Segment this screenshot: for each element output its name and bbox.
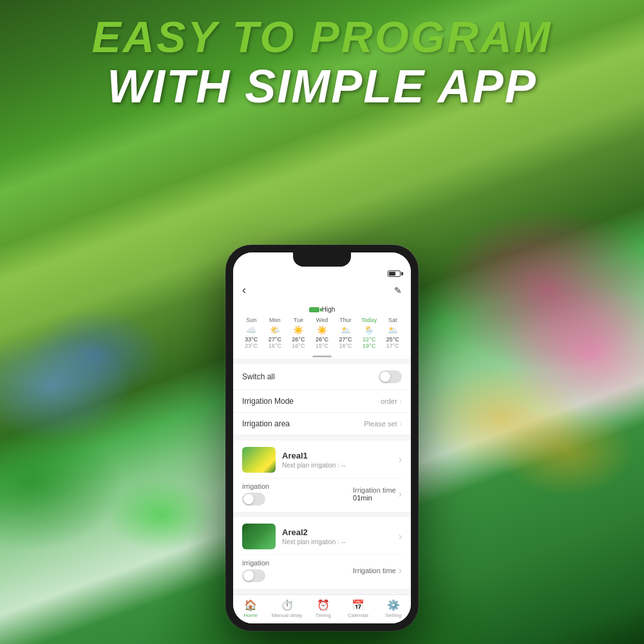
irrigation-mode-value-group: order › (381, 397, 402, 405)
scroll-dot-1 (312, 355, 332, 357)
irrigation-time-label-area2: Irrigation time (353, 567, 396, 574)
temp-low-today: 19°C (363, 343, 375, 349)
nav-item-calendar[interactable]: 📅 Calendar (344, 599, 372, 618)
nav-icon-timing: ⏰ (317, 599, 330, 611)
temp-high-sat: 25°C (386, 336, 399, 343)
irrigation-mode-row[interactable]: Irrigation Mode order › (233, 390, 411, 413)
irrigation-time-info-area2: Irrigation time (353, 567, 396, 574)
nav-icon-setting: ⚙️ (387, 599, 400, 611)
weather-icon-sat: 🌥️ (388, 325, 398, 335)
area-cards-container: Areal1 Next plan irrigation : -- › irrig… (233, 440, 411, 589)
irrigation-area-chevron: › (400, 421, 402, 428)
weather-day-mon: Mon🌤️27°C16°C (263, 317, 287, 349)
settings-section: Switch all Irrigation Mode order › Irrig… (233, 364, 411, 435)
nav-icon-manual-delay: ⏱️ (281, 599, 294, 611)
weather-day-thur: Thur🌥️27°C16°C (334, 317, 357, 349)
nav-label-timing: Timing (316, 612, 331, 618)
irrigation-time-info-area1: Irrigation time 01min (353, 486, 396, 502)
irrigation-toggle-area1[interactable] (242, 493, 265, 506)
weather-day-tue: Tue☀️26°C16°C (287, 317, 310, 349)
nav-label-home: Home (244, 612, 258, 618)
battery-status-label: High (322, 306, 336, 313)
area-controls-area1: irrigation Irrigation time 01min › (242, 478, 402, 506)
temp-low-thur: 16°C (339, 343, 352, 349)
temp-high-tue: 26°C (292, 336, 305, 343)
scroll-dots (312, 355, 332, 357)
day-name-thur: Thur (339, 317, 352, 323)
battery-fill (389, 272, 395, 276)
weather-day-sat: Sat🌥️25°C17°C (381, 317, 404, 349)
phone-body: ‹ ✎ High Sun☁️33°C23°CMon🌤️27°C16°CTue☀️… (225, 245, 419, 631)
irrigation-area-row[interactable]: Irrigation area Please set › (233, 413, 411, 435)
nav-icon-home: 🏠 (244, 599, 257, 611)
nav-item-manual-delay[interactable]: ⏱️ Manual delay (272, 599, 303, 618)
day-name-mon: Mon (269, 317, 281, 323)
irrigation-time-section-area2[interactable]: Irrigation time › (353, 565, 402, 576)
time-chevron-area2: › (399, 565, 402, 576)
irrigation-time-section-area1[interactable]: Irrigation time 01min › (353, 486, 402, 502)
weather-icon-mon: 🌤️ (270, 325, 280, 335)
irrigation-mode-chevron: › (400, 398, 402, 405)
irrigation-area-value-group: Please set › (364, 420, 402, 428)
weather-icon-today: 🌦️ (364, 325, 374, 335)
temp-low-sun: 23°C (245, 343, 258, 349)
day-name-today: Today (361, 317, 377, 323)
area-name-area1: Areal1 (282, 451, 399, 460)
irrigation-area-value: Please set (364, 420, 397, 428)
irrigation-mode-label: Irrigation Mode (242, 397, 294, 406)
phone-screen: ‹ ✎ High Sun☁️33°C23°CMon🌤️27°C16°CTue☀️… (233, 252, 411, 623)
weather-day-wed: Wed☀️26°C15°C (310, 317, 334, 349)
switch-all-toggle[interactable] (379, 370, 402, 383)
weather-section: High Sun☁️33°C23°CMon🌤️27°C16°CTue☀️26°C… (233, 302, 411, 354)
area-card-area1: Areal1 Next plan irrigation : -- › irrig… (233, 440, 411, 512)
area-thumb-img-area2 (242, 524, 276, 549)
scroll-indicator (233, 354, 411, 359)
area-card-area2: Areal2 Next plan irrigation : -- › irrig… (233, 517, 411, 589)
switch-all-row: Switch all (233, 364, 411, 390)
title-line1: EASY TO PROGRAM (19, 13, 625, 61)
irrigation-section-area1: irrigation (242, 482, 269, 506)
title-line2: WITH SIMPLE APP (19, 61, 625, 112)
area-header-area2: Areal2 Next plan irrigation : -- › (242, 524, 402, 549)
irrigation-toggle-area2[interactable] (242, 569, 265, 582)
area-next-area2: Next plan irrigation : -- (282, 538, 399, 545)
nav-label-setting: Setting (385, 612, 401, 618)
area-chevron-area2[interactable]: › (399, 531, 402, 542)
day-name-tue: Tue (294, 317, 303, 323)
top-nav: ‹ ✎ (233, 279, 411, 302)
battery-status-icon (309, 307, 319, 312)
back-button[interactable]: ‹ (242, 283, 246, 297)
nav-item-setting[interactable]: ⚙️ Setting (379, 599, 408, 618)
weather-icon-sun: ☁️ (246, 325, 256, 335)
nav-item-timing[interactable]: ⏰ Timing (309, 599, 337, 618)
weather-day-today: Today🌦️22°C19°C (357, 317, 381, 349)
day-name-wed: Wed (316, 317, 328, 323)
irrigation-label-area1: irrigation (242, 482, 269, 490)
nav-item-home[interactable]: 🏠 Home (236, 599, 265, 618)
area-thumb-img-area1 (242, 447, 276, 473)
day-name-sun: Sun (246, 317, 256, 323)
temp-low-wed: 15°C (316, 343, 328, 349)
area-thumbnail-area1 (242, 447, 276, 473)
title-area: EASY TO PROGRAM WITH SIMPLE APP (0, 0, 644, 118)
edit-button[interactable]: ✎ (394, 285, 402, 296)
day-name-sat: Sat (388, 317, 397, 323)
temp-high-wed: 26°C (316, 336, 328, 343)
irrigation-mode-value: order (381, 397, 397, 405)
area-info-area2: Areal2 Next plan irrigation : -- (282, 527, 399, 545)
irrigation-area-label: Irrigation area (242, 419, 290, 428)
temp-high-mon: 27°C (269, 336, 281, 343)
switch-all-label: Switch all (242, 372, 275, 381)
area-thumbnail-area2 (242, 524, 276, 549)
area-info-area1: Areal1 Next plan irrigation : -- (282, 451, 399, 469)
nav-label-calendar: Calendar (348, 612, 368, 618)
main-content: Switch all Irrigation Mode order › Irrig… (233, 359, 411, 594)
irrigation-time-value-area1: 01min (353, 494, 396, 502)
nav-label-manual-delay: Manual delay (272, 612, 303, 618)
nav-icon-calendar: 📅 (352, 599, 365, 611)
irrigation-section-area2: irrigation (242, 559, 269, 582)
weather-icon-thur: 🌥️ (341, 325, 351, 335)
weather-days-grid: Sun☁️33°C23°CMon🌤️27°C16°CTue☀️26°C16°CW… (240, 317, 404, 349)
irrigation-label-area2: irrigation (242, 559, 269, 567)
area-chevron-area1[interactable]: › (399, 454, 402, 466)
